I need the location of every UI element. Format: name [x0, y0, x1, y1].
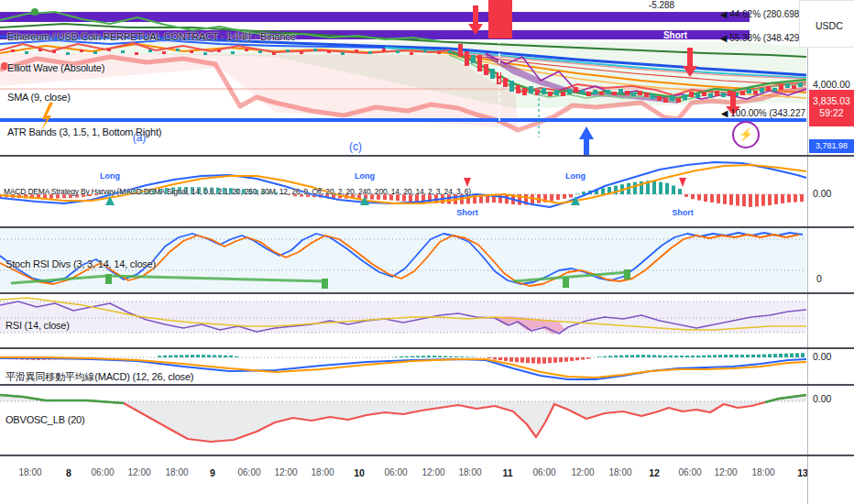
- time-tick: 8: [66, 467, 71, 478]
- time-tick: 12: [649, 467, 660, 478]
- time-tick: 18:00: [608, 467, 631, 477]
- elliott-legend[interactable]: Elliott Wave (Absolute): [7, 62, 104, 73]
- time-axis[interactable]: 18:00806:0012:0018:00906:0012:0018:00100…: [0, 456, 854, 504]
- trading-chart[interactable]: -5.288Short(a)(c)◀ 44.62% (280.698K◀ 55.…: [0, 0, 854, 504]
- svg-text:Short: Short: [663, 30, 688, 40]
- lightning-glyph: ⚡: [739, 127, 753, 141]
- time-tick: 06:00: [384, 467, 407, 477]
- red-volume-blob: [488, 0, 512, 38]
- time-tick: 12:00: [274, 467, 297, 477]
- time-tick: 18:00: [751, 467, 774, 477]
- rsi-panel[interactable]: [0, 294, 854, 347]
- short-band-label: Short: [663, 30, 688, 40]
- last-price-badge: 3,835.03 59:22: [809, 90, 854, 126]
- axis-currency-label: USDC: [816, 20, 843, 31]
- time-tick: 06:00: [237, 467, 260, 477]
- bar-countdown: 59:22: [809, 107, 854, 119]
- rsi-legend[interactable]: RSI (14, close): [5, 320, 70, 331]
- obvosc-panel[interactable]: [0, 386, 854, 455]
- time-tick: 18:00: [311, 467, 334, 477]
- panel-divider[interactable]: [0, 292, 854, 294]
- svg-text:◀ 100.00% (343.227: ◀ 100.00% (343.227: [721, 108, 806, 118]
- time-tick: 10: [354, 467, 365, 478]
- panel-divider[interactable]: [0, 384, 854, 386]
- svg-text:Long: Long: [355, 171, 375, 181]
- last-price: 3,835.03: [809, 95, 854, 107]
- axis-price-level: 4,000.00: [813, 79, 850, 90]
- macd-legend[interactable]: 平滑異同移動平均線(MACD) (12, 26, close): [5, 370, 193, 384]
- svg-text:(c): (c): [349, 140, 362, 153]
- stoch-legend[interactable]: Stoch RSI Divs (3, 3, 14, 14, close): [5, 258, 156, 269]
- time-tick: 06:00: [532, 467, 555, 477]
- short-marker-1: [464, 178, 471, 187]
- price-axis-border: [807, 0, 808, 504]
- time-tick: 18:00: [458, 467, 481, 477]
- obvosc-legend[interactable]: OBVOSC_LB (20): [5, 414, 84, 425]
- svg-text:◀ 55.38% (348.429K: ◀ 55.38% (348.429K: [720, 33, 806, 43]
- time-tick: 18:00: [18, 467, 41, 477]
- panel-divider[interactable]: [0, 347, 854, 349]
- svg-text:Short: Short: [456, 208, 478, 217]
- lightning-badge-icon[interactable]: ⚡: [732, 121, 760, 148]
- blue-up-arrow: [579, 126, 594, 155]
- svg-text:Short: Short: [672, 208, 694, 217]
- obvosc-axis-zero: 0.00: [813, 393, 831, 404]
- time-tick: 06:00: [678, 467, 701, 477]
- sma-legend[interactable]: SMA (9, close): [7, 92, 71, 103]
- macd-dema-axis-zero: 0.00: [813, 188, 831, 199]
- time-tick: 12:00: [422, 467, 444, 477]
- macd-axis-zero: 0.00: [813, 351, 831, 362]
- symbol-legend[interactable]: Ethereum / USD Coin PERPETUAL CONTRACT ·…: [7, 30, 295, 44]
- elliott-wave-letters: (a)(c): [133, 131, 362, 153]
- svg-text:Long: Long: [565, 171, 586, 181]
- prev-price-badge: 3,781.98: [809, 139, 854, 153]
- panel-divider[interactable]: [0, 155, 854, 157]
- svg-text:-5.288: -5.288: [649, 0, 675, 10]
- time-tick: 11: [502, 467, 512, 478]
- panel-divider[interactable]: [0, 455, 854, 456]
- macd-dema-legend[interactable]: MACD DEMA Strategy By Harvey (MACD DEMA …: [4, 187, 471, 196]
- atr-legend[interactable]: ATR Bands (3, 1.5, 1, Bottom Right): [7, 126, 161, 137]
- time-tick: 9: [210, 467, 215, 478]
- panel-divider[interactable]: [0, 226, 854, 228]
- svg-text:◀ 44.62% (280.698K: ◀ 44.62% (280.698K: [720, 9, 806, 19]
- time-tick: 12:00: [127, 467, 150, 477]
- time-tick: 12:00: [571, 467, 594, 477]
- time-tick: 18:00: [165, 467, 188, 477]
- stoch-axis-zero: 0: [816, 273, 822, 284]
- time-tick: 06:00: [91, 467, 114, 477]
- change-annotation: -5.288: [649, 0, 675, 10]
- short-marker-2: [679, 178, 686, 187]
- svg-text:Long: Long: [100, 171, 120, 181]
- time-tick: 12:00: [714, 467, 737, 477]
